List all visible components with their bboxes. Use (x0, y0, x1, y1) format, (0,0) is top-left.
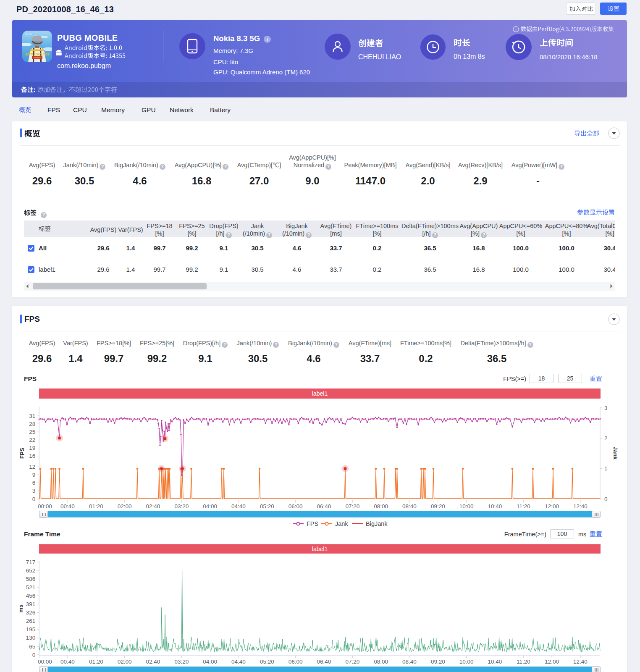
svg-text:FPS: FPS (307, 520, 318, 527)
svg-text:02:40: 02:40 (146, 503, 160, 509)
svg-text:00:40: 00:40 (60, 503, 75, 509)
svg-text:04:40: 04:40 (231, 503, 246, 509)
svg-text:10:40: 10:40 (488, 659, 502, 665)
svg-text:06:00: 06:00 (289, 659, 303, 665)
svg-text:08:40: 08:40 (402, 659, 417, 665)
svg-text:521: 521 (26, 584, 36, 591)
svg-text:16: 16 (29, 453, 35, 459)
svg-text:05:20: 05:20 (260, 503, 274, 509)
svg-text:01:20: 01:20 (89, 659, 103, 665)
svg-text:28: 28 (29, 421, 35, 427)
svg-text:04:00: 04:00 (203, 503, 217, 509)
svg-text:65: 65 (29, 643, 35, 650)
svg-text:06:00: 06:00 (289, 503, 303, 509)
svg-text:12:40: 12:40 (573, 659, 588, 665)
svg-text:12:00: 12:00 (545, 503, 559, 509)
svg-text:1: 1 (604, 465, 608, 472)
svg-text:261: 261 (26, 618, 36, 624)
svg-text:06:40: 06:40 (317, 503, 331, 509)
svg-text:09:20: 09:20 (431, 659, 445, 665)
svg-text:02:40: 02:40 (146, 659, 160, 665)
svg-text:01:20: 01:20 (89, 503, 103, 509)
svg-text:07:20: 07:20 (345, 503, 359, 509)
svg-text:05:20: 05:20 (260, 659, 274, 665)
svg-text:652: 652 (26, 567, 36, 574)
svg-text:10:00: 10:00 (459, 659, 474, 665)
svg-text:FPS: FPS (19, 448, 25, 459)
svg-text:6: 6 (32, 480, 36, 486)
svg-text:9: 9 (32, 472, 36, 478)
svg-text:326: 326 (26, 609, 36, 616)
svg-text:03:20: 03:20 (174, 659, 189, 665)
svg-text:195: 195 (26, 626, 36, 633)
svg-text:09:20: 09:20 (431, 503, 445, 509)
svg-text:31: 31 (29, 413, 35, 419)
svg-text:717: 717 (26, 559, 36, 565)
svg-text:22: 22 (29, 437, 35, 443)
svg-text:04:40: 04:40 (231, 659, 246, 665)
svg-text:130: 130 (26, 635, 36, 641)
svg-text:Jank: Jank (335, 520, 348, 527)
svg-text:11:20: 11:20 (517, 659, 530, 665)
svg-text:12:40: 12:40 (573, 503, 588, 509)
svg-text:456: 456 (26, 593, 36, 599)
svg-text:ms: ms (18, 604, 24, 613)
svg-text:586: 586 (26, 576, 36, 582)
svg-text:25: 25 (29, 429, 35, 435)
svg-text:00:40: 00:40 (60, 659, 75, 665)
svg-text:10:00: 10:00 (459, 503, 474, 509)
svg-text:ver 1.0: ver 1.0 (25, 33, 32, 35)
svg-text:08:00: 08:00 (374, 659, 388, 665)
svg-text:19: 19 (29, 445, 35, 451)
svg-text:3: 3 (604, 405, 608, 411)
svg-text:0: 0 (32, 496, 36, 502)
svg-text:06:40: 06:40 (317, 659, 331, 665)
svg-text:07:20: 07:20 (345, 659, 359, 665)
svg-text:00:00: 00:00 (38, 659, 52, 665)
svg-text:3: 3 (32, 488, 36, 494)
svg-text:08:40: 08:40 (402, 503, 417, 509)
svg-text:02:00: 02:00 (118, 659, 132, 665)
svg-text:0: 0 (32, 652, 36, 658)
svg-text:08:00: 08:00 (374, 503, 388, 509)
svg-text:MOBILE: MOBILE (34, 57, 41, 59)
svg-text:2: 2 (604, 435, 608, 441)
svg-text:03:20: 03:20 (174, 503, 189, 509)
svg-text:0: 0 (604, 496, 608, 502)
svg-text:BATTLEGROUNDS: BATTLEGROUNDS (25, 53, 49, 56)
svg-text:10:40: 10:40 (488, 503, 502, 509)
svg-text:391: 391 (26, 601, 36, 607)
svg-text:00:00: 00:00 (38, 503, 52, 509)
svg-text:12:00: 12:00 (545, 659, 559, 665)
svg-text:Jank: Jank (612, 447, 619, 460)
svg-text:02:00: 02:00 (118, 503, 132, 509)
svg-text:04:00: 04:00 (203, 659, 217, 665)
svg-text:BigJank: BigJank (366, 520, 388, 527)
svg-text:11:20: 11:20 (517, 503, 530, 509)
svg-text:12: 12 (29, 464, 35, 470)
